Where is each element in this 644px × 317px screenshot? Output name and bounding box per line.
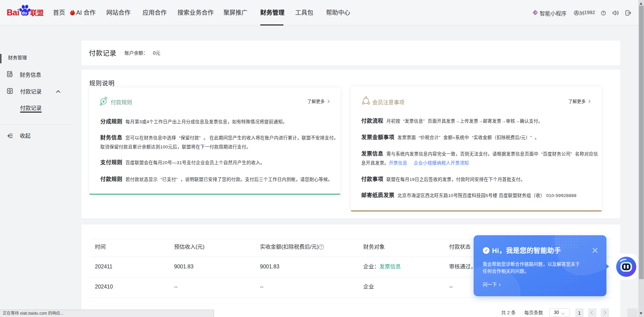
svg-text:联盟: 联盟 bbox=[30, 9, 44, 17]
svg-text:du: du bbox=[22, 10, 27, 15]
svg-text:Bai: Bai bbox=[7, 8, 19, 17]
